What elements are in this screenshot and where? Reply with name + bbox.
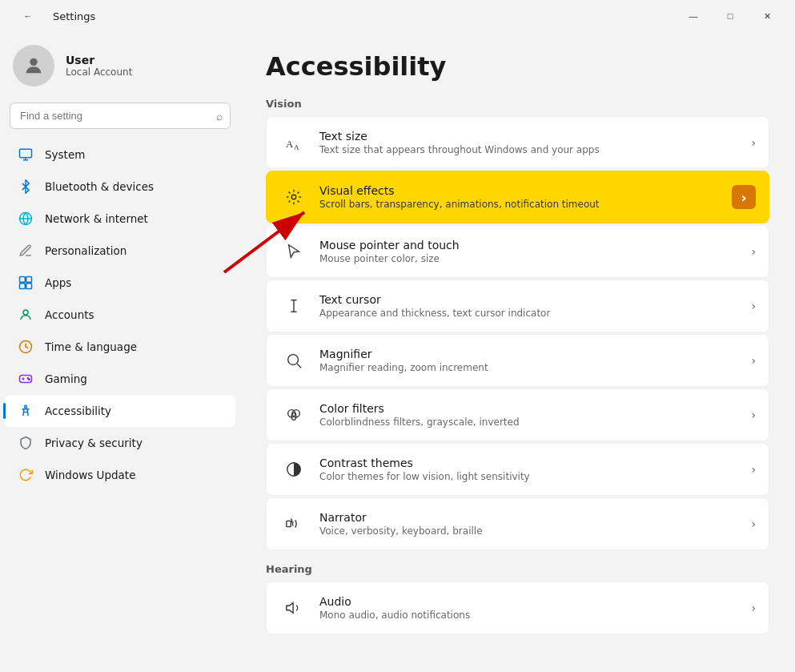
settings-text-magnifier: MagnifierMagnifier reading, zoom increme… [319,348,751,373]
sidebar-item-update[interactable]: Windows Update [5,459,235,491]
settings-desc-contrast-themes: Color themes for low vision, light sensi… [319,471,751,482]
sidebar-item-personalization[interactable]: Personalization [5,235,235,267]
settings-desc-audio: Mono audio, audio notifications [319,610,751,621]
settings-desc-text-size: Text size that appears throughout Window… [319,144,751,155]
sidebar-item-privacy[interactable]: Privacy & security [5,427,235,459]
gaming-nav-icon [18,371,34,387]
chevron-icon-visual-effects: › [732,185,756,209]
sidebar-item-label-bluetooth: Bluetooth & devices [45,180,154,193]
sidebar-item-network[interactable]: Network & internet [5,203,235,235]
svg-rect-8 [20,284,26,289]
settings-item-audio[interactable]: AudioMono audio, audio notifications› [266,581,769,634]
section-heading-vision: Vision [266,98,769,110]
user-name: User [66,54,132,66]
settings-title-mouse-pointer: Mouse pointer and touch [319,239,751,251]
settings-desc-narrator: Voice, verbosity, keyboard, braille [319,525,751,537]
settings-text-visual-effects: Visual effectsScroll bars, transparency,… [319,184,732,210]
sidebar-item-label-accounts: Accounts [45,308,94,321]
sections-container: VisionAAText sizeText size that appears … [266,98,769,634]
settings-item-contrast-themes[interactable]: Contrast themesColor themes for low visi… [266,443,769,496]
settings-text-mouse-pointer: Mouse pointer and touchMouse pointer col… [319,239,751,264]
sidebar-item-label-privacy: Privacy & security [45,437,143,449]
sidebar-item-accounts[interactable]: Accounts [5,299,235,331]
settings-icon-narrator [279,509,308,538]
svg-rect-38 [287,521,291,526]
app-container: User Local Account ⌕ SystemBluetooth & d… [0,32,795,672]
sidebar-item-bluetooth[interactable]: Bluetooth & devices [5,171,235,203]
settings-text-contrast-themes: Contrast themesColor themes for low visi… [319,457,751,482]
chevron-icon-text-cursor: › [751,300,756,312]
minimize-button[interactable]: — [675,3,712,29]
settings-item-mouse-pointer[interactable]: Mouse pointer and touchMouse pointer col… [266,225,769,278]
section-heading-hearing: Hearing [266,563,769,575]
maximize-button[interactable]: □ [712,3,749,29]
settings-list-vision: AAText sizeText size that appears throug… [266,116,769,550]
svg-line-33 [297,364,301,368]
nav-container: SystemBluetooth & devicesNetwork & inter… [0,139,240,491]
title-bar: ← Settings — □ ✕ [0,0,795,32]
settings-list-hearing: AudioMono audio, audio notifications› [266,581,769,634]
svg-point-20 [291,195,296,199]
sidebar-item-apps[interactable]: Apps [5,267,235,299]
settings-icon-audio [279,594,308,622]
bluetooth-nav-icon [18,179,34,195]
settings-icon-color-filters [279,400,308,429]
settings-desc-visual-effects: Scroll bars, transparency, animations, n… [319,199,732,210]
svg-point-32 [288,355,299,365]
settings-item-narrator[interactable]: NarratorVoice, verbosity, keyboard, brai… [266,497,769,550]
settings-icon-contrast-themes [279,455,308,484]
sidebar-item-system[interactable]: System [5,139,235,171]
settings-icon-mouse-pointer [279,237,308,266]
sidebar-item-gaming[interactable]: Gaming [5,363,235,395]
svg-line-25 [288,191,290,193]
sidebar-item-label-gaming: Gaming [45,372,87,385]
user-account-type: Local Account [66,66,132,78]
svg-text:A: A [294,143,299,151]
settings-title-audio: Audio [319,595,751,608]
settings-text-text-size: Text sizeText size that appears througho… [319,130,751,155]
settings-title-visual-effects: Visual effects [319,184,732,197]
settings-item-text-size[interactable]: AAText sizeText size that appears throug… [266,116,769,169]
svg-line-27 [297,191,299,193]
settings-item-color-filters[interactable]: Color filtersColorblindness filters, gra… [266,388,769,441]
sidebar-item-label-system: System [45,148,85,161]
svg-rect-9 [26,284,32,289]
settings-text-audio: AudioMono audio, audio notifications [319,595,751,621]
settings-icon-visual-effects [279,183,308,211]
chevron-icon-contrast-themes: › [751,463,756,476]
avatar [13,45,54,87]
network-nav-icon [18,211,34,227]
chevron-icon-audio: › [751,602,756,614]
sidebar-item-time[interactable]: Time & language [5,331,235,363]
search-input[interactable] [10,103,231,129]
svg-rect-1 [20,149,32,158]
user-info: User Local Account [66,54,132,78]
settings-title-text-cursor: Text cursor [319,293,751,306]
page-title: Accessibility [266,51,769,82]
close-button[interactable]: ✕ [749,3,785,29]
apps-nav-icon [18,275,34,291]
sidebar-item-label-time: Time & language [45,340,137,353]
main-content: Accessibility VisionAAText sizeText size… [240,32,795,672]
privacy-nav-icon [18,435,34,451]
back-button[interactable]: ← [10,3,46,29]
svg-point-10 [23,310,28,315]
settings-title-text-size: Text size [319,130,751,143]
chevron-icon-mouse-pointer: › [751,245,756,258]
settings-item-magnifier[interactable]: MagnifierMagnifier reading, zoom increme… [266,334,769,387]
sidebar: User Local Account ⌕ SystemBluetooth & d… [0,32,240,672]
svg-text:A: A [286,139,294,150]
system-nav-icon [18,147,34,163]
svg-marker-39 [287,603,293,614]
settings-title-narrator: Narrator [319,511,751,524]
svg-point-17 [25,405,27,408]
personalization-nav-icon [18,243,34,259]
settings-item-text-cursor[interactable]: Text cursorAppearance and thickness, tex… [266,280,769,332]
sidebar-item-label-network: Network & internet [45,212,148,225]
window-controls: — □ ✕ [675,3,785,29]
settings-text-color-filters: Color filtersColorblindness filters, gra… [319,402,751,428]
sidebar-item-accessibility[interactable]: Accessibility [5,395,235,427]
svg-rect-7 [26,277,32,283]
user-section: User Local Account [0,32,240,103]
settings-item-visual-effects[interactable]: Visual effectsScroll bars, transparency,… [266,171,769,223]
